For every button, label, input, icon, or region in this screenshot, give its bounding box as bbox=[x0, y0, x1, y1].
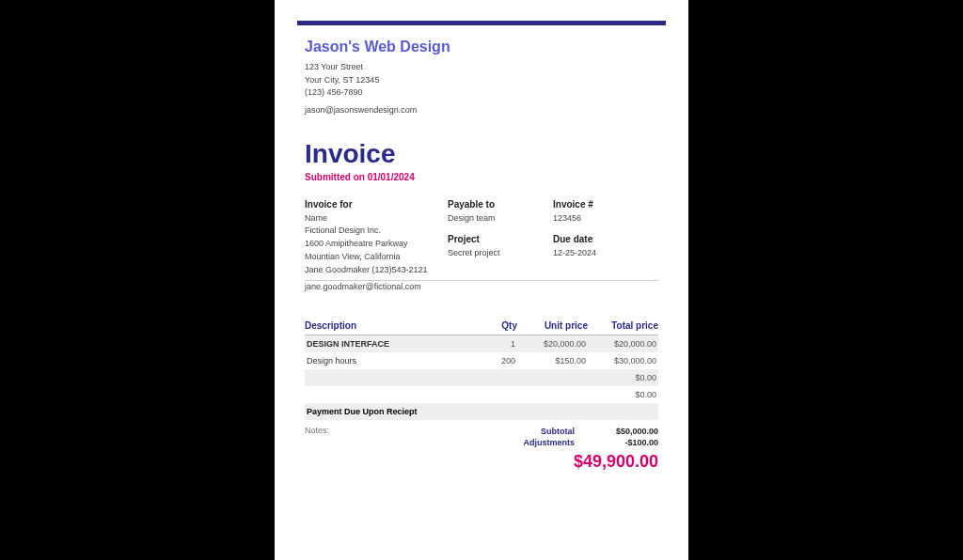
cell-desc bbox=[307, 390, 478, 399]
items-header: Description Qty Unit price Total price bbox=[305, 320, 658, 335]
project-value: Secret project bbox=[448, 247, 542, 260]
label-payable-to: Payable to bbox=[448, 199, 542, 210]
company-email: jason@jasonswendesign.com bbox=[305, 105, 658, 115]
label-project: Project bbox=[448, 234, 542, 244]
items-table: Description Qty Unit price Total price D… bbox=[305, 320, 658, 472]
cell-unit: $150.00 bbox=[515, 356, 586, 366]
label-invoice-num: Invoice # bbox=[553, 199, 647, 210]
col-description: Description bbox=[305, 320, 480, 331]
invoice-title: Invoice bbox=[305, 139, 658, 169]
cell-unit: $20,000.00 bbox=[515, 339, 586, 349]
company-phone: (123) 456-7890 bbox=[305, 86, 658, 100]
cell-total: $20,000.00 bbox=[586, 339, 656, 349]
billto-street: 1600 Amipitheatre Parkway bbox=[305, 238, 436, 251]
payment-note: Payment Due Upon Reciept bbox=[305, 403, 658, 420]
notes-label: Notes: bbox=[305, 426, 361, 448]
subtotal-value: $50,000.00 bbox=[588, 427, 658, 436]
col-qty: Qty bbox=[480, 320, 517, 331]
invoice-document: Jason's Web Design 123 Your Street Your … bbox=[275, 0, 688, 560]
content-area: Jason's Web Design 123 Your Street Your … bbox=[275, 25, 688, 472]
col-total-price: Total price bbox=[588, 320, 658, 331]
submitted-date: Submitted on 01/01/2024 bbox=[305, 172, 658, 182]
table-row: DESIGN INTERFACE 1 $20,000.00 $20,000.00 bbox=[305, 335, 658, 352]
cell-qty: 1 bbox=[478, 339, 515, 349]
billto-contact: Jane Goodmaker (123)543-2121 bbox=[305, 264, 436, 277]
cell-total: $30,000.00 bbox=[586, 356, 656, 366]
notes-totals-row: Notes: Subtotal $50,000.00 Adjustments -… bbox=[305, 426, 658, 448]
cell-desc bbox=[307, 373, 478, 382]
col-unit-price: Unit price bbox=[517, 320, 588, 331]
subtotal-label: Subtotal bbox=[541, 427, 588, 436]
invoice-num-value: 123456 bbox=[553, 212, 647, 226]
table-row: Design hours 200 $150.00 $30,000.00 bbox=[305, 352, 658, 369]
billto-company: Fictional Design Inc. bbox=[305, 225, 436, 238]
due-date-value: 12-25-2024 bbox=[553, 247, 647, 260]
cell-desc: Design hours bbox=[307, 356, 478, 366]
table-row: $0.00 bbox=[305, 386, 658, 403]
cell-unit bbox=[515, 390, 586, 399]
payable-to-value: Design team bbox=[448, 212, 542, 226]
cell-qty bbox=[478, 373, 515, 382]
company-city: Your City, ST 12345 bbox=[305, 74, 658, 87]
table-row: $0.00 bbox=[305, 369, 658, 386]
grand-total: $49,900.00 bbox=[305, 452, 658, 472]
adjustments-value: -$100.00 bbox=[588, 438, 658, 447]
adjustments-label: Adjustments bbox=[523, 438, 588, 447]
cell-total: $0.00 bbox=[586, 390, 656, 399]
cell-total: $0.00 bbox=[586, 373, 656, 382]
label-invoice-for: Invoice for bbox=[305, 199, 436, 210]
billto-city: Mountian View, California bbox=[305, 251, 436, 264]
cell-qty: 200 bbox=[478, 356, 515, 366]
billto-email: jane.goodmaker@fictional.com bbox=[305, 281, 658, 294]
cell-qty bbox=[478, 390, 515, 399]
company-street: 123 Your Street bbox=[305, 61, 658, 74]
cell-desc: DESIGN INTERFACE bbox=[307, 339, 478, 349]
label-due-date: Due date bbox=[553, 234, 647, 244]
cell-unit bbox=[515, 373, 586, 382]
company-name: Jason's Web Design bbox=[305, 39, 658, 55]
info-grid: Invoice for Name Fictional Design Inc. 1… bbox=[305, 199, 658, 278]
billto-name: Name bbox=[305, 212, 436, 226]
